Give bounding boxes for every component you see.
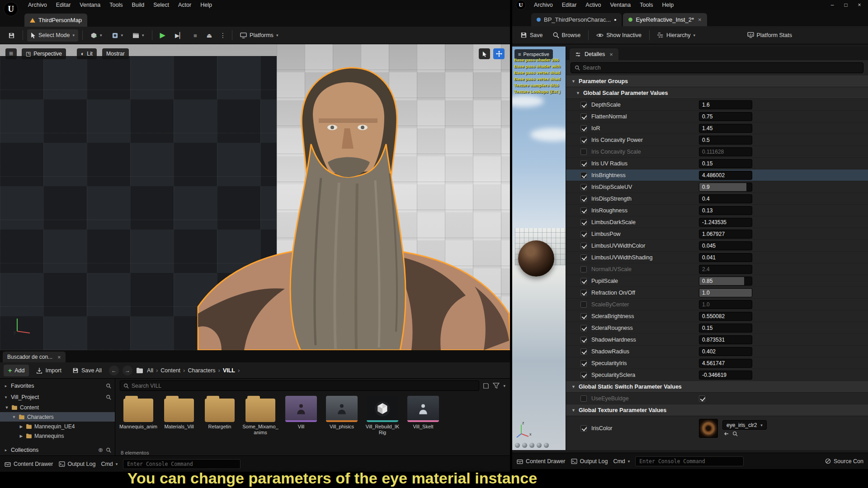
- param-row-shadowradius[interactable]: ShadowRadius0.402: [566, 346, 868, 357]
- param-value-limbuspow[interactable]: 1.067927: [699, 230, 752, 239]
- param-value-limbusuvwidthshading[interactable]: 0.041: [699, 253, 752, 262]
- param-value-sclerarougness[interactable]: 0.15: [699, 324, 752, 333]
- param-value-refraction-on-off[interactable]: 1.0: [699, 288, 752, 297]
- cmd-dropdown[interactable]: Cmd ▾: [101, 461, 118, 467]
- menu-archivo[interactable]: Archivo: [24, 1, 52, 9]
- param-row-irisdispstrength[interactable]: IrisDispStrength0.4: [566, 193, 868, 205]
- tree-item-content[interactable]: ▼Content: [0, 403, 115, 412]
- tree-expand-icon[interactable]: ▼: [5, 405, 9, 410]
- chevron-down-icon[interactable]: ▾: [503, 384, 505, 388]
- unreal-logo-icon[interactable]: U: [4, 2, 18, 16]
- param-row-limbuspow[interactable]: LimbusPow1.067927: [566, 228, 868, 240]
- menu-help[interactable]: Help: [657, 1, 678, 9]
- param-checkbox-refraction-on-off[interactable]: [580, 290, 587, 296]
- selected-character[interactable]: [194, 61, 510, 350]
- param-row-depthscale[interactable]: DepthScale1.6: [566, 99, 868, 111]
- expand-icon[interactable]: ▸: [4, 448, 8, 452]
- param-value-flattennormal[interactable]: 0.75: [699, 112, 752, 121]
- console-input[interactable]: [127, 461, 236, 467]
- stop-button[interactable]: ■: [190, 29, 201, 42]
- param-checkbox-ior[interactable]: [580, 125, 587, 131]
- platforms-dropdown[interactable]: Platforms ▾: [236, 29, 282, 42]
- menu-help[interactable]: Help: [196, 1, 217, 9]
- param-checkbox-limbuspow[interactable]: [580, 231, 587, 237]
- param-value-limbusdarkscale[interactable]: -1.243535: [699, 218, 752, 227]
- param-checkbox-iris-concavity-power[interactable]: [580, 137, 587, 143]
- param-value-iris-concavity-power[interactable]: 0.5: [699, 136, 752, 145]
- param-row-limbusuvwidthcolor[interactable]: LimbusUVWidthColor0.045: [566, 240, 868, 252]
- filter-icon[interactable]: [493, 383, 500, 389]
- tab-bp-thirdpersoncharacter[interactable]: BP_ThirdPersonCharac... •: [531, 13, 622, 26]
- param-value-specularitysclera[interactable]: -0.346619: [699, 371, 752, 380]
- param-checkbox-iris-uv-radius[interactable]: [580, 160, 587, 167]
- search-icon[interactable]: [106, 394, 111, 400]
- details-search-input[interactable]: [583, 65, 859, 71]
- param-value-iris-concavity-scale[interactable]: 0.111628: [699, 147, 752, 156]
- viewmode-lit-dropdown[interactable]: ◐ Lit: [77, 48, 97, 59]
- menu-editar[interactable]: Editar: [557, 1, 581, 9]
- breadcrumb-all[interactable]: All: [147, 367, 153, 374]
- texture-asset-dropdown[interactable]: eye_iris_clr2 ▾: [722, 420, 767, 430]
- param-value-depthscale[interactable]: 1.6: [699, 100, 752, 109]
- preview-mesh-button[interactable]: [544, 443, 549, 448]
- param-row-refraction-on-off[interactable]: Refraction On/Off1.0: [566, 287, 868, 299]
- viewport-menu-button[interactable]: ≡: [5, 48, 17, 59]
- section-parameter-groups[interactable]: ▼ Parameter Groups: [566, 75, 868, 87]
- window-minimize-button[interactable]: –: [826, 1, 838, 9]
- blueprints-button[interactable]: ▾: [108, 29, 127, 42]
- param-row-specularitysclera[interactable]: SpecularitySclera-0.346619: [566, 369, 868, 381]
- param-checkbox-iris-concavity-scale[interactable]: [580, 149, 587, 155]
- param-row-iris-concavity-power[interactable]: Iris Concavity Power0.5: [566, 134, 868, 146]
- param-row-specularityiris[interactable]: SpecularityIris4.561747: [566, 357, 868, 369]
- section-global-scalar[interactable]: ▼ Global Scalar Parameter Values: [566, 87, 868, 99]
- tree-expand-icon[interactable]: ▶: [19, 424, 24, 429]
- param-row-irisdispscaleuv[interactable]: IrisDispScaleUV0.9: [566, 181, 868, 193]
- close-icon[interactable]: ×: [698, 16, 702, 23]
- cmd-dropdown[interactable]: Cmd ▾: [613, 458, 630, 465]
- output-log-button[interactable]: Output Log: [571, 458, 608, 465]
- save-search-icon[interactable]: [483, 383, 489, 389]
- param-row-flattennormal[interactable]: FlattenNormal0.75: [566, 111, 868, 122]
- param-value-sclerabrightness[interactable]: 0.550082: [699, 312, 752, 321]
- preview-cube-button[interactable]: [537, 443, 542, 448]
- asset-materials-vill[interactable]: Materials_Vill: [160, 394, 198, 430]
- tree-item-mannequin-ue4[interactable]: ▶Mannequin_UE4: [0, 422, 115, 431]
- param-row-ior[interactable]: IoR1.45: [566, 122, 868, 134]
- param-row-normaluvscale[interactable]: NormalUVScale2.4: [566, 263, 868, 275]
- window-close-button[interactable]: ×: [854, 1, 865, 9]
- console-input-box[interactable]: [123, 459, 241, 469]
- source-control-button[interactable]: Source Con: [825, 458, 863, 465]
- menu-editar[interactable]: Editar: [52, 1, 75, 9]
- project-root-row[interactable]: ▾ Vill_Project: [0, 391, 115, 403]
- param-row-scalebycenter[interactable]: ScaleByCenter1.0: [566, 299, 868, 310]
- switch-value-checkbox[interactable]: [699, 395, 705, 402]
- param-checkbox-depthscale[interactable]: [580, 102, 587, 108]
- param-value-pupilscale[interactable]: 0.85: [699, 277, 752, 286]
- select-mode-dropdown[interactable]: Select Mode ▾: [27, 29, 78, 42]
- param-row-sclerabrightness[interactable]: ScleraBrightness0.550082: [566, 310, 868, 322]
- menu-ventana[interactable]: Ventana: [605, 1, 635, 9]
- param-value-shadowhardness[interactable]: 0.873531: [699, 335, 752, 344]
- param-value-ior[interactable]: 1.45: [699, 124, 752, 133]
- material-preview-viewport[interactable]: ≡ Perspective Base pass shader 286Base p…: [512, 47, 566, 450]
- tree-item-mannequins[interactable]: ▶Mannequins: [0, 431, 115, 441]
- asset-search-input[interactable]: [132, 383, 476, 389]
- add-button[interactable]: + Add: [4, 365, 29, 376]
- param-checkbox-iriscolor[interactable]: [580, 425, 587, 432]
- param-row-iris-concavity-scale[interactable]: Iris Concavity Scale0.111628: [566, 146, 868, 158]
- param-checkbox-limbusuvwidthcolor[interactable]: [580, 243, 587, 249]
- param-row-useeyebuldge[interactable]: UseEyeBuldge: [566, 393, 868, 404]
- param-value-irisdispscaleuv[interactable]: 0.9: [699, 183, 752, 192]
- param-value-irisroughness[interactable]: 0.13: [699, 206, 752, 215]
- param-value-shadowradius[interactable]: 0.402: [699, 347, 752, 356]
- param-checkbox-pupilscale[interactable]: [580, 278, 587, 284]
- param-checkbox-specularityiris[interactable]: [580, 360, 587, 366]
- param-checkbox-irisbrightness[interactable]: [580, 172, 587, 178]
- play-options-kebab-icon[interactable]: ⋮: [218, 32, 228, 39]
- param-row-limbusuvwidthshading[interactable]: LimbusUVWidthShading0.041: [566, 252, 868, 263]
- param-row-iris-uv-radius[interactable]: Iris UV Radius0.15: [566, 158, 868, 169]
- path-folder-icon[interactable]: [136, 367, 143, 373]
- collections-row[interactable]: ▸ Collections ⊕: [0, 444, 115, 455]
- asset-mannequis-anim[interactable]: Mannequis_anim: [119, 394, 158, 430]
- browse-button[interactable]: Browse: [549, 29, 585, 41]
